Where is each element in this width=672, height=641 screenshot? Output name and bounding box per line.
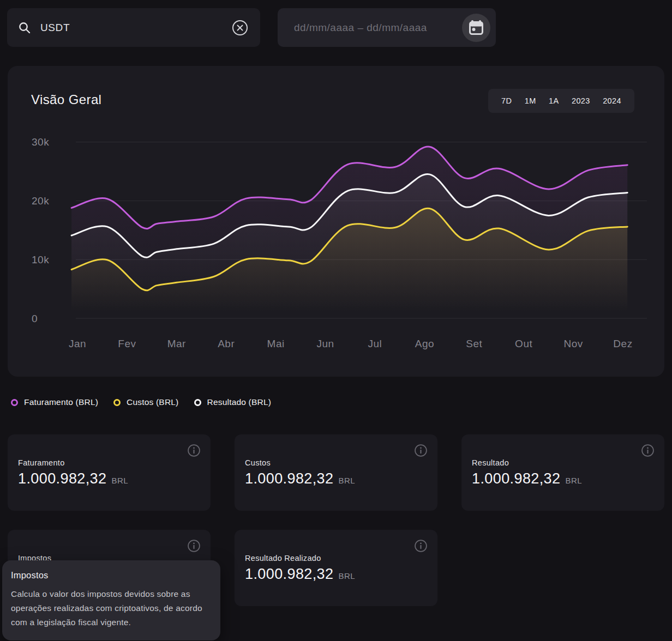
date-range-input[interactable] xyxy=(293,21,462,34)
svg-text:10k: 10k xyxy=(32,254,49,265)
svg-text:30k: 30k xyxy=(32,136,49,148)
stat-currency: BRL xyxy=(111,476,128,485)
date-range-box xyxy=(278,8,496,47)
chart-legend: Faturamento (BRL)Custos (BRL)Resultado (… xyxy=(11,394,271,410)
calendar-icon xyxy=(467,19,485,37)
svg-text:Jul: Jul xyxy=(368,338,382,349)
stat-label: Custos xyxy=(245,458,271,467)
svg-text:Nov: Nov xyxy=(563,338,583,349)
stat-card-resultado: Resultado1.000.982,32BRL xyxy=(461,434,664,511)
stat-currency: BRL xyxy=(565,476,582,485)
legend-label: Custos (BRL) xyxy=(127,397,178,407)
close-circle-icon xyxy=(231,19,249,37)
svg-text:Dez: Dez xyxy=(613,338,632,349)
svg-text:Jun: Jun xyxy=(316,338,334,349)
stat-label: Resultado xyxy=(472,458,509,467)
stat-value: 1.000.982,32 xyxy=(245,470,333,487)
stat-card-custos: Custos1.000.982,32BRL xyxy=(235,434,437,511)
search-input[interactable] xyxy=(39,21,231,34)
svg-text:Out: Out xyxy=(515,338,532,349)
stat-currency: BRL xyxy=(338,571,355,580)
info-icon[interactable] xyxy=(187,444,201,457)
legend-label: Faturamento (BRL) xyxy=(24,397,98,407)
svg-text:20k: 20k xyxy=(32,195,49,207)
search-icon xyxy=(18,21,31,34)
impostos-tooltip: Impostos Calcula o valor dos impostos de… xyxy=(2,560,220,640)
stat-currency: BRL xyxy=(338,476,355,485)
tooltip-body: Calcula o valor dos impostos devidos sob… xyxy=(11,587,208,630)
search-box xyxy=(7,8,260,47)
svg-text:Fev: Fev xyxy=(118,338,136,349)
svg-text:Mai: Mai xyxy=(267,338,285,349)
svg-text:Jan: Jan xyxy=(69,338,86,349)
stat-value: 1.000.982,32 xyxy=(245,566,333,582)
dashboard-page: Visão Geral 7D1M1A20232024 30k20k10k0Jan… xyxy=(0,0,672,641)
overview-chart: 30k20k10k0JanFevMarAbrMaiJunJulAgoSetOut… xyxy=(8,66,664,377)
overview-card: Visão Geral 7D1M1A20232024 30k20k10k0Jan… xyxy=(8,66,664,377)
info-icon[interactable] xyxy=(641,444,655,457)
stat-card-resultado-realizado: Resultado Realizado1.000.982,32BRL xyxy=(235,530,437,606)
stat-card-faturamento: Faturamento1.000.982,32BRL xyxy=(8,434,211,511)
stat-label: Faturamento xyxy=(18,458,65,467)
svg-text:Ago: Ago xyxy=(415,338,434,349)
stat-label: Resultado Realizado xyxy=(245,554,321,563)
legend-label: Resultado (BRL) xyxy=(207,397,272,407)
legend-ring-icon xyxy=(11,399,18,406)
legend-ring-icon xyxy=(113,399,121,406)
info-icon[interactable] xyxy=(187,539,201,553)
stat-value: 1.000.982,32 xyxy=(472,470,560,487)
clear-search-button[interactable] xyxy=(231,19,249,37)
info-icon[interactable] xyxy=(414,444,428,457)
info-icon[interactable] xyxy=(414,539,428,553)
stat-value: 1.000.982,32 xyxy=(18,470,106,487)
svg-text:Set: Set xyxy=(466,338,482,349)
legend-item-custos-brl-[interactable]: Custos (BRL) xyxy=(113,397,178,407)
legend-ring-icon xyxy=(194,399,201,406)
svg-text:Abr: Abr xyxy=(218,338,235,349)
svg-text:0: 0 xyxy=(32,313,38,324)
legend-item-resultado-brl-[interactable]: Resultado (BRL) xyxy=(194,397,272,407)
svg-text:Mar: Mar xyxy=(167,338,186,349)
tooltip-title: Impostos xyxy=(11,570,212,580)
calendar-button[interactable] xyxy=(462,14,490,42)
legend-item-faturamento-brl-[interactable]: Faturamento (BRL) xyxy=(11,397,98,407)
